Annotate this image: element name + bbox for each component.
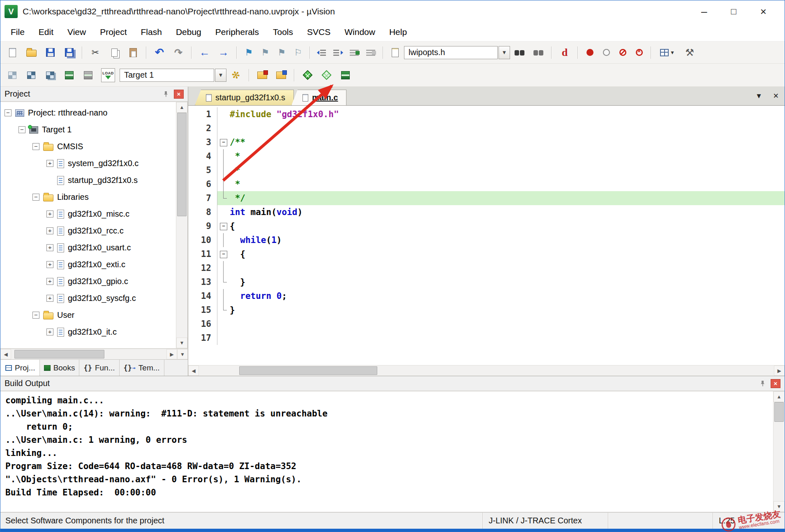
scroll-left-arrow[interactable]: ◀ — [0, 349, 11, 359]
undo-button[interactable]: ↶ — [150, 44, 169, 61]
collapse-box[interactable]: − — [5, 109, 12, 116]
scroll-down-arrow[interactable]: ▼ — [773, 501, 785, 512]
download-button[interactable]: LOAD — [97, 67, 119, 84]
open-file-button[interactable] — [22, 44, 41, 61]
rebuild-button[interactable] — [41, 67, 60, 84]
bookmark-prev-button[interactable]: ⚑ — [257, 44, 273, 61]
uncomment-button[interactable] — [363, 44, 379, 61]
bookmark-clear-button[interactable]: ⚐ — [290, 44, 306, 61]
find-in-files-button[interactable] — [510, 44, 529, 61]
scroll-thumb[interactable] — [774, 402, 784, 422]
menu-item-debug[interactable]: Debug — [169, 23, 208, 41]
enable-breakpoint-button[interactable] — [598, 44, 614, 61]
configure-button[interactable]: ⚒ — [680, 44, 699, 61]
start-debug-session-button[interactable]: d — [555, 44, 574, 61]
navigate-back-button[interactable]: ← — [195, 44, 214, 61]
scroll-track[interactable] — [11, 349, 166, 359]
scroll-down-arrow[interactable]: ▼ — [176, 338, 187, 348]
tree-item-gd32f1x0-it-c[interactable]: +gd32f1x0_it.c — [0, 324, 176, 340]
tree-item-gd32f1x0-misc-c[interactable]: +gd32f1x0_misc.c — [0, 206, 176, 222]
stop-build-button[interactable] — [78, 67, 97, 84]
tree-item-startup-gd32f1x0-s[interactable]: startup_gd32f1x0.s — [0, 172, 176, 189]
expand-box[interactable]: + — [46, 295, 53, 302]
fold-collapse-icon[interactable] — [217, 247, 230, 261]
menu-item-project[interactable]: Project — [93, 23, 134, 41]
panel-tab-proj[interactable]: Proj... — [1, 360, 40, 376]
target-select[interactable]: Target 1 — [120, 69, 214, 82]
menu-item-window[interactable]: Window — [337, 23, 382, 41]
editor-tab-startup-gd32f1x0-s[interactable]: startup_gd32f1x0.s — [195, 90, 294, 105]
tree-item-system-gd32f1x0-c[interactable]: +system_gd32f1x0.c — [0, 155, 176, 172]
panel-tab-tem[interactable]: {}Tem... — [120, 360, 164, 376]
indent-button[interactable] — [330, 44, 346, 61]
tree-item-gd32f1x0-syscfg-c[interactable]: +gd32f1x0_syscfg.c — [0, 290, 176, 307]
pin-panel-button[interactable] — [161, 90, 171, 99]
bookmark-toggle-button[interactable]: ⚑ — [240, 44, 257, 61]
tree-item-gd32f1x0-rcc-c[interactable]: +gd32f1x0_rcc.c — [0, 222, 176, 239]
build-button[interactable] — [22, 67, 41, 84]
scroll-thumb[interactable] — [14, 350, 104, 359]
tab-list-dropdown[interactable]: ▼ — [755, 92, 762, 100]
tree-item-gd32f1x0-exti-c[interactable]: +gd32f1x0_exti.c — [0, 256, 176, 273]
copy-button[interactable] — [105, 44, 124, 61]
manage-multi-project-button[interactable] — [272, 67, 291, 84]
find-button[interactable] — [529, 44, 548, 61]
menu-item-svcs[interactable]: SVCS — [300, 23, 337, 41]
scroll-track[interactable] — [773, 402, 785, 501]
tree-item-gd32f1x0-usart-c[interactable]: +gd32f1x0_usart.c — [0, 239, 176, 256]
panel-tab-fun[interactable]: {}Fun... — [79, 360, 119, 376]
tree-item-project-rtthread-nano[interactable]: −Project: rtthread-nano — [0, 104, 176, 121]
scroll-up-arrow[interactable]: ▲ — [176, 102, 187, 113]
menu-item-edit[interactable]: Edit — [32, 23, 60, 41]
batch-build-button[interactable] — [60, 67, 78, 84]
scroll-up-arrow[interactable]: ▲ — [773, 391, 785, 402]
editor-hscrollbar[interactable]: ◀ ▶ — [188, 365, 785, 376]
editor-tab-main-c[interactable]: main.c — [291, 90, 346, 105]
scroll-thumb[interactable] — [239, 366, 377, 375]
tree-item-gd32f1x0-gpio-c[interactable]: +gd32f1x0_gpio.c — [0, 273, 176, 290]
expand-box[interactable]: + — [46, 328, 53, 335]
expand-box[interactable]: + — [46, 227, 53, 234]
manage-project-items-button[interactable] — [253, 67, 272, 84]
new-file-button[interactable] — [3, 44, 22, 61]
target-select-dropdown[interactable]: ▼ — [215, 69, 226, 82]
options-for-target-button[interactable]: ✻ — [226, 67, 245, 84]
tree-item-target-1[interactable]: −Target 1 — [0, 121, 176, 138]
scroll-right-arrow[interactable]: ▶ — [774, 365, 785, 376]
project-tree-hscrollbar[interactable]: ◀ ▶ ▼ — [0, 349, 188, 359]
project-tree-vscrollbar[interactable]: ▲ ▼ — [176, 102, 187, 348]
menu-item-view[interactable]: View — [60, 23, 93, 41]
menu-item-file[interactable]: File — [4, 23, 32, 41]
collapse-box[interactable]: − — [32, 194, 39, 201]
expand-box[interactable]: + — [46, 160, 53, 167]
close-button[interactable]: × — [760, 6, 767, 17]
kill-breakpoints-button[interactable] — [631, 44, 647, 61]
search-combobox-dropdown[interactable]: ▼ — [499, 46, 510, 59]
collapse-box[interactable]: − — [32, 312, 39, 319]
save-all-button[interactable] — [60, 44, 78, 61]
translate-file-button[interactable] — [3, 67, 22, 84]
scroll-left-arrow[interactable]: ◀ — [188, 365, 199, 376]
menu-item-tools[interactable]: Tools — [266, 23, 300, 41]
disable-breakpoints-button[interactable] — [614, 44, 631, 61]
save-button[interactable] — [41, 44, 60, 61]
scroll-track[interactable] — [199, 365, 774, 376]
tree-item-user[interactable]: −User — [0, 307, 176, 324]
project-tree[interactable]: −Project: rtthread-nano−Target 1−CMSIS+s… — [0, 102, 176, 348]
comment-button[interactable] — [346, 44, 363, 61]
cut-button[interactable]: ✂ — [86, 44, 105, 61]
select-software-packs-button[interactable] — [317, 67, 336, 84]
menu-item-flash[interactable]: Flash — [134, 23, 169, 41]
expand-box[interactable]: + — [46, 244, 53, 251]
expand-box[interactable]: + — [46, 261, 53, 268]
tree-item-cmsis[interactable]: −CMSIS — [0, 138, 176, 155]
close-document-button[interactable]: ✕ — [773, 92, 779, 100]
insert-breakpoint-button[interactable] — [582, 44, 598, 61]
menu-item-help[interactable]: Help — [382, 23, 414, 41]
close-project-panel-button[interactable]: × — [174, 90, 184, 99]
menu-item-peripherals[interactable]: Peripherals — [208, 23, 266, 41]
pack-installer-button[interactable] — [336, 67, 355, 84]
collapse-box[interactable]: − — [18, 126, 25, 133]
current-file-button[interactable] — [387, 44, 403, 61]
unindent-button[interactable] — [314, 44, 330, 61]
